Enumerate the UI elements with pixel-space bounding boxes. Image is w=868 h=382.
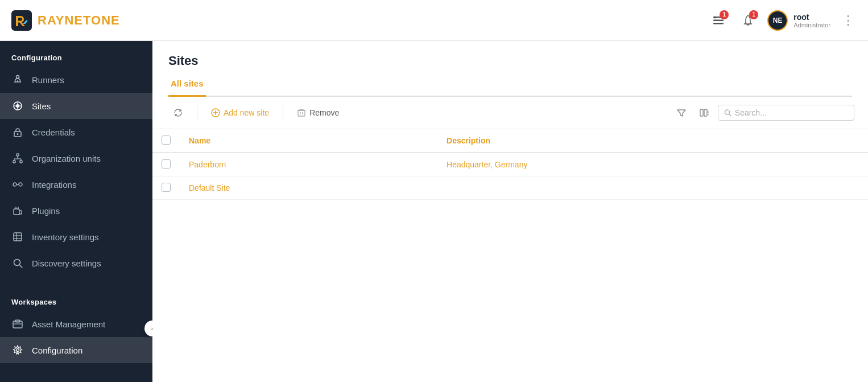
row-checkbox-0[interactable] — [162, 159, 171, 169]
svg-rect-0 — [11, 10, 32, 31]
tabs-bar: All sites — [168, 74, 852, 97]
svg-point-5 — [16, 76, 19, 79]
row-checkbox-cell — [152, 176, 180, 200]
row-desc-1 — [437, 176, 868, 200]
sidebar-item-discovery-label: Discovery settings — [32, 258, 101, 268]
toolbar-divider-2 — [283, 105, 283, 121]
sidebar-item-inventory-label: Inventory settings — [32, 232, 99, 242]
sidebar-item-plugins-label: Plugins — [32, 206, 60, 216]
integrations-icon — [11, 178, 24, 191]
bell-icon-btn[interactable]: 1 — [738, 10, 758, 31]
list-icon-btn[interactable]: 1 — [708, 10, 729, 31]
runner-icon — [11, 73, 24, 86]
svg-rect-38 — [298, 110, 305, 116]
remove-label: Remove — [309, 108, 339, 117]
sidebar-item-runners-label: Runners — [32, 75, 64, 85]
user-role: Administrator — [793, 22, 830, 28]
svg-rect-2 — [713, 19, 724, 21]
plugins-icon — [11, 204, 24, 217]
sidebar-item-asset-label: Asset Management — [32, 319, 105, 329]
sidebar-item-inventory-settings[interactable]: Inventory settings — [0, 224, 152, 250]
svg-point-34 — [16, 349, 19, 352]
sidebar-item-sites[interactable]: Sites — [0, 93, 152, 119]
sidebar-workspaces-label: Workspaces — [0, 285, 152, 311]
content-inner: Sites All sites Add new site Remov — [152, 41, 868, 382]
main-layout: Configuration Runners Sites Credentials — [0, 41, 868, 382]
logo: RAYNETONE — [11, 10, 120, 31]
row-checkbox-1[interactable] — [162, 183, 171, 192]
svg-point-29 — [14, 260, 20, 266]
svg-point-19 — [13, 183, 16, 186]
table-row: Default Site — [152, 176, 868, 200]
svg-point-20 — [19, 183, 22, 186]
user-details: root Administrator — [793, 13, 830, 28]
sidebar-config-label: Configuration — [0, 41, 152, 67]
table-header-row: Name Description — [152, 129, 868, 153]
more-button[interactable]: ⋮ — [840, 11, 857, 30]
svg-rect-13 — [13, 161, 15, 163]
page-title-bar: Sites All sites — [152, 41, 868, 97]
sidebar-item-configuration-ws-label: Configuration — [32, 346, 82, 355]
sidebar-item-discovery-settings[interactable]: Discovery settings — [0, 250, 152, 276]
svg-point-11 — [17, 133, 19, 135]
search-input[interactable] — [735, 108, 848, 117]
topbar: RAYNETONE 1 1 NE root Administrator ⋮ — [0, 0, 868, 41]
table-row: Paderborn Headquarter, Germany — [152, 153, 868, 176]
sidebar-item-sites-label: Sites — [32, 101, 51, 111]
svg-line-30 — [20, 265, 23, 268]
user-info[interactable]: NE root Administrator — [767, 10, 830, 31]
filter-icon-btn[interactable] — [672, 104, 691, 122]
tab-all-sites[interactable]: All sites — [168, 74, 206, 97]
table-area: Name Description Paderborn Headquarter, … — [152, 129, 868, 382]
sidebar-item-configuration-ws[interactable]: Configuration — [0, 337, 152, 363]
sidebar-item-plugins[interactable]: Plugins — [0, 198, 152, 224]
sidebar-item-asset-management[interactable]: Asset Management — [0, 311, 152, 337]
header-checkbox-col — [152, 129, 180, 153]
svg-rect-25 — [14, 233, 22, 241]
sites-table: Name Description Paderborn Headquarter, … — [152, 129, 868, 200]
sidebar-item-credentials[interactable]: Credentials — [0, 119, 152, 145]
header-name[interactable]: Name — [180, 129, 437, 153]
inventory-icon — [11, 231, 24, 243]
add-new-site-label: Add new site — [224, 108, 269, 117]
sidebar: Configuration Runners Sites Credentials — [0, 41, 152, 382]
svg-rect-22 — [14, 209, 19, 215]
list-badge: 1 — [720, 10, 729, 19]
sidebar-item-credentials-label: Credentials — [32, 128, 75, 137]
user-name: root — [793, 13, 830, 22]
row-name-0[interactable]: Paderborn — [180, 153, 437, 176]
page-title: Sites — [168, 54, 852, 68]
select-all-checkbox[interactable] — [162, 135, 171, 145]
svg-rect-3 — [713, 23, 724, 24]
sites-icon — [11, 100, 24, 112]
content-area: Sites All sites Add new site Remov — [152, 41, 868, 382]
svg-rect-12 — [16, 154, 19, 156]
remove-button[interactable]: Remove — [290, 105, 346, 121]
toolbar-divider-1 — [197, 105, 197, 121]
topbar-right: 1 1 NE root Administrator ⋮ — [708, 10, 857, 31]
svg-rect-43 — [704, 109, 707, 116]
refresh-button[interactable] — [166, 104, 190, 121]
search-box[interactable] — [718, 105, 854, 121]
sidebar-item-integrations[interactable]: Integrations — [0, 171, 152, 198]
add-new-site-button[interactable]: Add new site — [204, 105, 276, 121]
svg-rect-42 — [700, 109, 703, 116]
credentials-icon — [11, 126, 24, 138]
svg-rect-14 — [20, 161, 22, 163]
columns-icon-btn[interactable] — [695, 104, 713, 122]
org-units-icon — [11, 152, 24, 165]
logo-text: RAYNETONE — [38, 13, 120, 28]
bell-badge: 1 — [749, 10, 758, 19]
sidebar-item-integrations-label: Integrations — [32, 180, 76, 190]
row-checkbox-cell — [152, 153, 180, 176]
search-icon — [724, 109, 731, 117]
sidebar-item-organization-units[interactable]: Organization units — [0, 145, 152, 171]
discovery-icon — [11, 257, 24, 269]
header-description[interactable]: Description — [437, 129, 868, 153]
row-desc-0: Headquarter, Germany — [437, 153, 868, 176]
avatar: NE — [767, 10, 788, 31]
row-name-1[interactable]: Default Site — [180, 176, 437, 200]
table-body: Paderborn Headquarter, Germany Default S… — [152, 153, 868, 200]
sidebar-item-org-units-label: Organization units — [32, 154, 101, 163]
sidebar-item-runners[interactable]: Runners — [0, 67, 152, 93]
